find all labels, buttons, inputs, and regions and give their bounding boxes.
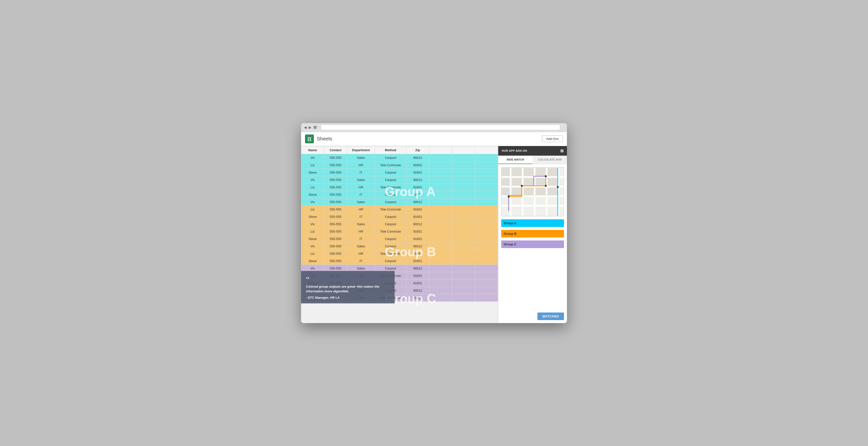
legend-group-c[interactable]: Group C xyxy=(501,240,564,248)
table-row[interactable]: Steve555-555ITCarpool91601 xyxy=(301,235,498,242)
sheets-logo-icon xyxy=(307,136,312,142)
svg-point-35 xyxy=(557,186,559,188)
col-zip: Zip xyxy=(406,146,429,154)
svg-rect-25 xyxy=(535,178,546,185)
tab-calculate-avr[interactable]: CALCULATE AVR xyxy=(533,156,567,164)
svg-point-33 xyxy=(521,185,523,186)
map-svg xyxy=(501,167,564,216)
sidebar-app-name: OUR APP ADD-ON xyxy=(502,149,527,152)
table-row[interactable]: Steve555-555ITCarpool91601 xyxy=(301,213,498,220)
svg-rect-18 xyxy=(512,168,522,176)
sidebar-body: Group A Group B Group C MATCHED xyxy=(498,164,567,323)
tab-ride-match[interactable]: RIDE MATCH xyxy=(498,156,533,164)
main-content: Name Contact Department Method Zip Viv55… xyxy=(301,146,567,323)
sidebar-header: OUR APP ADD-ON ⊞ xyxy=(498,146,567,156)
table-row[interactable]: Liz555-555HRTele-Commute91601 xyxy=(301,206,498,213)
svg-rect-15 xyxy=(546,168,548,216)
table-row[interactable]: Viv555-555SalesCarpool90012 xyxy=(301,242,498,250)
svg-rect-19 xyxy=(524,168,534,176)
svg-rect-5 xyxy=(308,140,309,141)
svg-rect-26 xyxy=(548,178,558,185)
add-ons-button[interactable]: Add-Ons xyxy=(542,135,563,142)
window-controls: ◀ ▶ xyxy=(304,126,317,129)
legend-group-b[interactable]: Group B xyxy=(501,230,564,238)
testimonial-text: Colored group outputs are great- this ma… xyxy=(306,284,390,294)
table-row[interactable]: Steve555-555ITCarpool91601 xyxy=(301,257,498,265)
svg-point-32 xyxy=(507,196,509,198)
table-row[interactable]: Viv555-555SalesCarpool90012 xyxy=(301,176,498,183)
table-row[interactable]: Viv555-555SalesCarpool90012 xyxy=(301,154,498,161)
col-extra-1 xyxy=(429,146,452,154)
url-bar[interactable] xyxy=(321,125,560,130)
sidebar-icon: ⊞ xyxy=(560,148,564,153)
svg-rect-20 xyxy=(535,168,546,176)
matched-button[interactable]: MATCHED xyxy=(537,312,564,320)
table-header-row: Name Contact Department Method Zip xyxy=(301,146,498,154)
legend-group-c-label: Group C xyxy=(504,242,517,246)
app-header: Sheets Add-Ons xyxy=(301,132,567,146)
svg-rect-27 xyxy=(501,187,510,195)
app-logo xyxy=(305,135,314,143)
col-extra-2 xyxy=(452,146,475,154)
legend-group-b-label: Group B xyxy=(504,232,517,236)
map-container xyxy=(501,167,564,216)
table-row[interactable]: Steve555-555ITCarpool91601 xyxy=(301,169,498,176)
svg-point-34 xyxy=(545,175,547,177)
testimonial-overlay: “ Colored group outputs are great- this … xyxy=(301,271,395,303)
svg-rect-17 xyxy=(501,168,510,176)
table-row[interactable]: Viv555-555SalesCarpool90012 xyxy=(301,220,498,228)
back-arrow-icon[interactable]: ◀ xyxy=(304,126,307,129)
svg-rect-4 xyxy=(310,139,311,140)
sidebar-tabs: RIDE MATCH CALCULATE AVR xyxy=(498,156,567,164)
app-title: Sheets xyxy=(317,136,539,142)
svg-rect-29 xyxy=(524,187,534,195)
svg-rect-23 xyxy=(512,178,522,185)
col-department: Department xyxy=(347,146,375,154)
svg-rect-12 xyxy=(510,168,512,216)
svg-rect-6 xyxy=(310,140,311,141)
col-extra-3 xyxy=(475,146,498,154)
col-name: Name xyxy=(301,146,324,154)
svg-rect-1 xyxy=(308,137,309,138)
sidebar-panel: OUR APP ADD-ON ⊞ RIDE MATCH CALCULATE AV… xyxy=(498,146,567,323)
table-row[interactable]: Steve555-555ITCarpool91601 xyxy=(301,191,498,198)
svg-rect-21 xyxy=(548,168,558,176)
table-row[interactable]: Liz555-555HRTele-Commute91601 xyxy=(301,228,498,235)
svg-rect-14 xyxy=(534,168,535,216)
forward-arrow-icon[interactable]: ▶ xyxy=(309,126,311,129)
svg-rect-22 xyxy=(501,178,510,185)
table-row[interactable]: Liz555-555HRTele-Commute91601 xyxy=(301,250,498,257)
svg-rect-30 xyxy=(535,187,546,195)
svg-rect-31 xyxy=(548,187,558,195)
window-frame: ◀ ▶ Sheets Add-Ons xyxy=(301,123,567,323)
spreadsheet-area: Name Contact Department Method Zip Viv55… xyxy=(301,146,498,323)
window-circle-icon xyxy=(313,126,317,129)
svg-rect-28 xyxy=(512,187,522,195)
quote-mark-icon: “ xyxy=(306,275,390,283)
testimonial-author: - ETC Manager, HR LA xyxy=(306,296,390,300)
table-row[interactable]: Liz555-555HRTele-Commute91601 xyxy=(301,183,498,191)
svg-point-36 xyxy=(545,185,547,186)
legend-group-a[interactable]: Group A xyxy=(501,219,564,227)
svg-rect-24 xyxy=(524,178,534,185)
table-row[interactable]: Liz555-555HRTele-Commute91601 xyxy=(301,161,498,169)
col-contact: Contact xyxy=(324,146,347,154)
table-row[interactable]: Viv555-555SalesCarpool90012 xyxy=(301,198,498,206)
title-bar: ◀ ▶ xyxy=(301,123,567,132)
svg-rect-3 xyxy=(308,139,309,140)
svg-rect-2 xyxy=(310,137,311,138)
legend-group-a-label: Group A xyxy=(504,221,517,225)
col-method: Method xyxy=(375,146,406,154)
